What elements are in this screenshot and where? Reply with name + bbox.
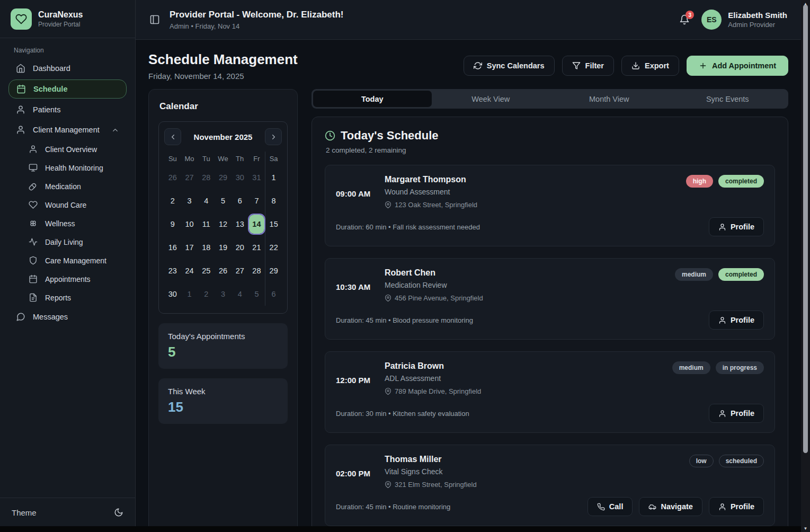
sidebar-item-appointments[interactable]: Appointments xyxy=(21,271,127,287)
page-title: Schedule Management xyxy=(148,51,298,68)
calendar-day[interactable]: 4 xyxy=(232,282,248,306)
calendar-day[interactable]: 28 xyxy=(198,166,215,189)
calendar-day[interactable]: 6 xyxy=(232,189,248,212)
sidebar-item-care-management[interactable]: Care Management xyxy=(21,252,127,269)
calendar-day[interactable]: 5 xyxy=(215,189,232,212)
calendar-day-selected[interactable]: 14 xyxy=(248,212,265,236)
calendar-day[interactable]: 31 xyxy=(248,166,265,189)
weekday-label: Fr xyxy=(248,152,265,166)
user-menu[interactable]: ES Elizabeth Smith Admin Provider xyxy=(701,10,787,30)
calendar-day[interactable]: 23 xyxy=(164,259,181,282)
profile-button[interactable]: Profile xyxy=(709,311,764,330)
calendar-day[interactable]: 29 xyxy=(265,259,282,282)
export-button[interactable]: Export xyxy=(621,56,679,76)
calendar-day[interactable]: 5 xyxy=(248,282,265,306)
calendar-day[interactable]: 30 xyxy=(232,166,248,189)
sync-calendars-button[interactable]: Sync Calendars xyxy=(464,56,555,76)
calendar-day[interactable]: 4 xyxy=(198,189,215,212)
calendar-day[interactable]: 3 xyxy=(181,189,198,212)
calendar-day[interactable]: 27 xyxy=(181,166,198,189)
moon-icon[interactable] xyxy=(114,508,123,517)
scroll-down-arrow-icon[interactable]: ▼ xyxy=(801,525,810,531)
tab-today[interactable]: Today xyxy=(313,91,432,107)
sidebar-item-patients[interactable]: Patients xyxy=(8,101,127,119)
sidebar-item-reports[interactable]: Reports xyxy=(21,289,127,306)
sidebar-item-health-monitoring[interactable]: Health Monitoring xyxy=(21,159,127,176)
calendar-day[interactable]: 1 xyxy=(265,166,282,189)
user-icon xyxy=(718,503,726,511)
schedule-summary: 2 completed, 2 remaining xyxy=(326,146,775,154)
location-pin-icon xyxy=(385,201,391,208)
clock-icon xyxy=(325,130,335,141)
page-scrollbar[interactable]: ▲ ▼ xyxy=(801,0,810,532)
sidebar-item-schedule[interactable]: Schedule xyxy=(8,79,127,99)
calendar-day[interactable]: 22 xyxy=(265,236,282,259)
appointment-card: 09:00 AM Margaret Thompson Wound Assessm… xyxy=(325,165,775,246)
sidebar-item-wellness[interactable]: Wellness xyxy=(21,215,127,232)
calendar-day[interactable]: 18 xyxy=(198,236,215,259)
calendar-day[interactable]: 26 xyxy=(164,166,181,189)
calendar-next-button[interactable] xyxy=(265,128,282,145)
sidebar-toggle-icon[interactable] xyxy=(149,14,160,25)
calendar-day[interactable]: 21 xyxy=(248,236,265,259)
calendar-day[interactable]: 13 xyxy=(232,212,248,236)
tab-sync-events[interactable]: Sync Events xyxy=(669,91,787,107)
calendar-day[interactable]: 15 xyxy=(265,212,282,236)
sidebar-item-messages[interactable]: Messages xyxy=(8,308,127,326)
tab-week-view[interactable]: Week View xyxy=(432,91,550,107)
calendar-day[interactable]: 29 xyxy=(215,166,232,189)
calendar-day[interactable]: 17 xyxy=(181,236,198,259)
calendar-day[interactable]: 9 xyxy=(164,212,181,236)
tab-month-view[interactable]: Month View xyxy=(550,91,669,107)
calendar-day[interactable]: 20 xyxy=(232,236,248,259)
add-appointment-button[interactable]: Add Appointment xyxy=(687,56,788,76)
notifications-button[interactable]: 3 xyxy=(679,14,690,25)
profile-button[interactable]: Profile xyxy=(709,497,764,516)
scrollbar-thumb[interactable] xyxy=(803,5,808,453)
location-pin-icon xyxy=(385,388,391,395)
navigate-button[interactable]: Navigate xyxy=(639,497,702,516)
sidebar-item-client-management[interactable]: Client Management xyxy=(8,121,127,139)
calendar-day[interactable]: 10 xyxy=(181,212,198,236)
sidebar-item-daily-living[interactable]: Daily Living xyxy=(21,234,127,250)
calendar-prev-button[interactable] xyxy=(164,128,181,145)
priority-badge: high xyxy=(686,175,713,188)
calendar-day[interactable]: 28 xyxy=(248,259,265,282)
sidebar-item-label: Wellness xyxy=(45,219,75,228)
profile-button[interactable]: Profile xyxy=(709,404,764,423)
call-button[interactable]: Call xyxy=(588,497,633,516)
calendar-day[interactable]: 30 xyxy=(164,282,181,306)
sidebar-item-client-overview[interactable]: Client Overview xyxy=(21,141,127,157)
brand-subtitle: Provider Portal xyxy=(38,21,83,28)
calendar-day[interactable]: 6 xyxy=(265,282,282,306)
calendar-day[interactable]: 25 xyxy=(198,259,215,282)
sidebar-item-wound-care[interactable]: Wound Care xyxy=(21,197,127,213)
profile-button[interactable]: Profile xyxy=(709,217,764,236)
calendar-day[interactable]: 24 xyxy=(181,259,198,282)
calendar-day[interactable]: 11 xyxy=(198,212,215,236)
calendar-weekday-row: SuMoTuWeThFrSa xyxy=(164,152,282,166)
calendar-day[interactable]: 8 xyxy=(265,189,282,212)
sidebar-item-medication[interactable]: Medication xyxy=(21,178,127,194)
sidebar-item-label: Schedule xyxy=(33,85,67,93)
patient-name: Thomas Miller xyxy=(385,455,477,464)
user-role: Admin Provider xyxy=(728,21,787,29)
appointment-note: Duration: 30 min • Kitchen safety evalua… xyxy=(336,410,469,418)
calendar-day[interactable]: 26 xyxy=(215,259,232,282)
sidebar-item-label: Reports xyxy=(45,294,71,302)
sidebar-item-dashboard[interactable]: Dashboard xyxy=(8,59,127,77)
calendar-day[interactable]: 16 xyxy=(164,236,181,259)
weekday-label: We xyxy=(215,152,232,166)
notification-count-badge: 3 xyxy=(686,11,694,19)
home-icon xyxy=(16,64,25,73)
calendar-day[interactable]: 19 xyxy=(215,236,232,259)
calendar-day[interactable]: 2 xyxy=(198,282,215,306)
calendar-day[interactable]: 1 xyxy=(181,282,198,306)
calendar-day[interactable]: 3 xyxy=(215,282,232,306)
calendar-day[interactable]: 12 xyxy=(215,212,232,236)
calendar-day[interactable]: 2 xyxy=(164,189,181,212)
user-icon xyxy=(718,223,726,231)
calendar-day[interactable]: 27 xyxy=(232,259,248,282)
filter-button[interactable]: Filter xyxy=(562,56,614,76)
calendar-day[interactable]: 7 xyxy=(248,189,265,212)
